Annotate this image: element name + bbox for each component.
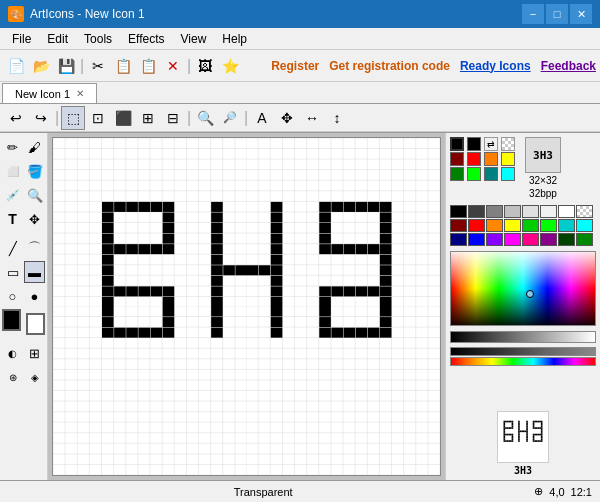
move-button[interactable]: ✥ <box>275 106 299 130</box>
sel-all-button[interactable]: ⬛ <box>111 106 135 130</box>
pixel-canvas[interactable] <box>52 137 441 476</box>
mc-1[interactable] <box>450 205 467 218</box>
save-button[interactable]: 💾 <box>54 54 78 78</box>
move-tool[interactable]: ✥ <box>24 208 45 230</box>
curve-tool[interactable]: ⌒ <box>24 237 45 259</box>
menu-view[interactable]: View <box>173 30 215 48</box>
swatch-black[interactable] <box>450 137 464 151</box>
grayscale-bar[interactable] <box>450 331 596 343</box>
menu-tools[interactable]: Tools <box>76 30 120 48</box>
swatch-r2c1[interactable] <box>450 167 464 181</box>
color-bg[interactable] <box>26 313 45 335</box>
mc-4[interactable] <box>504 205 521 218</box>
filled-circle-tool[interactable]: ● <box>24 285 45 307</box>
swatch-arrows[interactable]: ⇄ <box>484 137 498 151</box>
delete-button[interactable]: ✕ <box>161 54 185 78</box>
extra1-tool[interactable]: ⊛ <box>2 366 23 388</box>
mc-7[interactable] <box>558 205 575 218</box>
mc-11[interactable] <box>486 219 503 232</box>
gradient-canvas[interactable] <box>451 252 595 325</box>
flip-v-button[interactable]: ↕ <box>325 106 349 130</box>
sel-custom-button[interactable]: ⊡ <box>86 106 110 130</box>
menu-file[interactable]: File <box>4 30 39 48</box>
mc-20[interactable] <box>504 233 521 246</box>
menu-edit[interactable]: Edit <box>39 30 76 48</box>
open-button[interactable]: 📂 <box>29 54 53 78</box>
minimize-button[interactable]: − <box>522 4 544 24</box>
import-button[interactable]: 🖼 <box>193 54 217 78</box>
swatch-r1c3[interactable] <box>484 152 498 166</box>
line-tool[interactable]: ╱ <box>2 237 23 259</box>
title-controls: − □ ✕ <box>522 4 592 24</box>
opacity-tool[interactable]: ◐ <box>2 342 23 364</box>
undo-button[interactable]: ↩ <box>4 106 28 130</box>
eraser-tool[interactable]: ⬜ <box>2 160 23 182</box>
maximize-button[interactable]: □ <box>546 4 568 24</box>
get-code-link[interactable]: Get registration code <box>329 59 450 73</box>
circle-tool[interactable]: ○ <box>2 285 23 307</box>
color-fg[interactable] <box>2 309 21 331</box>
mc-10[interactable] <box>468 219 485 232</box>
feedback-link[interactable]: Feedback <box>541 59 596 73</box>
mc-3[interactable] <box>486 205 503 218</box>
mc-9[interactable] <box>450 219 467 232</box>
swatch-r2c3[interactable] <box>484 167 498 181</box>
star-button[interactable]: ⭐ <box>218 54 242 78</box>
grid3-tool[interactable]: ⊞ <box>24 342 45 364</box>
mc-22[interactable] <box>540 233 557 246</box>
filled-rect-tool[interactable]: ▬ <box>24 261 45 283</box>
register-link[interactable]: Register <box>271 59 319 73</box>
strip-dark[interactable] <box>450 347 596 356</box>
menu-help[interactable]: Help <box>214 30 255 48</box>
text-button[interactable]: A <box>250 106 274 130</box>
mc-24[interactable] <box>576 233 593 246</box>
copy-button[interactable]: 📋 <box>111 54 135 78</box>
menu-effects[interactable]: Effects <box>120 30 172 48</box>
swatch-r2c2[interactable] <box>467 167 481 181</box>
zoom-in-button[interactable]: 🔎 <box>218 106 242 130</box>
extra2-tool[interactable]: ◈ <box>24 366 45 388</box>
mc-21[interactable] <box>522 233 539 246</box>
strip-rainbow[interactable] <box>450 357 596 366</box>
canvas-area[interactable] <box>48 133 445 480</box>
paste-button[interactable]: 📋 <box>136 54 160 78</box>
mc-23[interactable] <box>558 233 575 246</box>
swatch-r2c4[interactable] <box>501 167 515 181</box>
sel-rect-button[interactable]: ⬚ <box>61 106 85 130</box>
brush-tool[interactable]: 🖌 <box>24 136 45 158</box>
mc-2[interactable] <box>468 205 485 218</box>
mc-14[interactable] <box>540 219 557 232</box>
mc-18[interactable] <box>468 233 485 246</box>
close-button[interactable]: ✕ <box>570 4 592 24</box>
mc-8[interactable] <box>576 205 593 218</box>
mc-6[interactable] <box>540 205 557 218</box>
zoom-out-button[interactable]: 🔍 <box>193 106 217 130</box>
mc-15[interactable] <box>558 219 575 232</box>
eyedrop-tool[interactable]: 💉 <box>2 184 23 206</box>
swatch-r1c1[interactable] <box>450 152 464 166</box>
color-gradient[interactable] <box>450 251 596 326</box>
zoom-tool[interactable]: 🔍 <box>24 184 45 206</box>
text-tool[interactable]: T <box>2 208 23 230</box>
grid2-button[interactable]: ⊟ <box>161 106 185 130</box>
cut-button[interactable]: ✂ <box>86 54 110 78</box>
mc-16[interactable] <box>576 219 593 232</box>
mc-17[interactable] <box>450 233 467 246</box>
mc-5[interactable] <box>522 205 539 218</box>
swatch-r1c4[interactable] <box>501 152 515 166</box>
tab-new-icon[interactable]: New Icon 1 ✕ <box>2 83 97 103</box>
tab-close-button[interactable]: ✕ <box>76 88 84 99</box>
pencil-tool[interactable]: ✏ <box>2 136 23 158</box>
rect-tool[interactable]: ▭ <box>2 261 23 283</box>
grid-button[interactable]: ⊞ <box>136 106 160 130</box>
redo-button[interactable]: ↪ <box>29 106 53 130</box>
ready-icons-link[interactable]: Ready Icons <box>460 59 531 73</box>
flip-h-button[interactable]: ↔ <box>300 106 324 130</box>
swatch-transparent[interactable] <box>501 137 515 151</box>
new-button[interactable]: 📄 <box>4 54 28 78</box>
mc-12[interactable] <box>504 219 521 232</box>
swatch-r1c2[interactable] <box>467 152 481 166</box>
mc-13[interactable] <box>522 219 539 232</box>
mc-19[interactable] <box>486 233 503 246</box>
fill-tool[interactable]: 🪣 <box>24 160 45 182</box>
